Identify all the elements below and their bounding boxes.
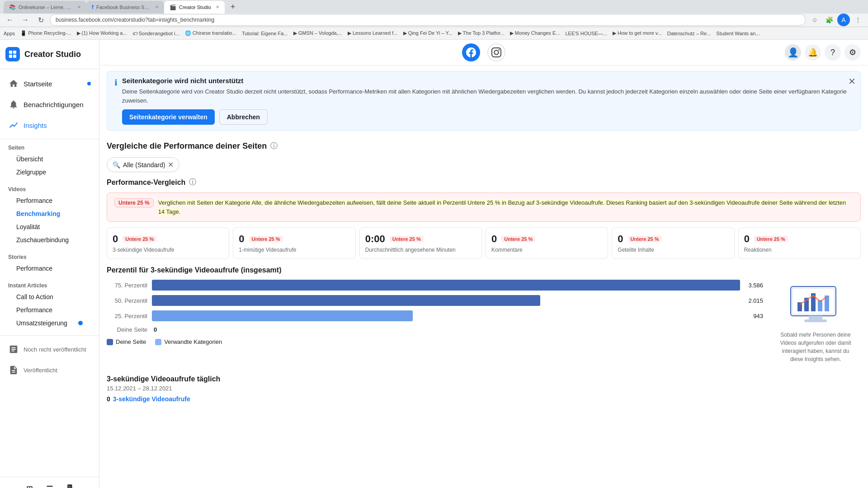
nav-sub-performance-videos[interactable]: Performance: [11, 194, 88, 207]
daily-date: 15.12.2021 – 28.12.2021: [107, 385, 861, 392]
tab-favicon: f: [92, 4, 94, 10]
daily-value-row: 0 3-sekündige Videoaufrufe: [107, 395, 861, 403]
chart-row-p25: 25. Perzentil 943: [107, 310, 763, 321]
bookmark-13[interactable]: Datenschutz – Re...: [667, 31, 711, 36]
sidebar: Creator Studio Startseite Benachrichtigu…: [0, 40, 99, 488]
filter-chip-alle[interactable]: 🔍 Alle (Standard) ✕: [107, 157, 179, 172]
bookmark-apps[interactable]: Apps: [4, 31, 15, 36]
chart-placeholder: Sobald mehr Personen deine Videos aufger…: [770, 280, 861, 368]
stat-card-1min: 0 Untere 25 % 1-minütige Videoaufrufe: [233, 227, 355, 259]
bookmark-4[interactable]: 🌐 Chinese translatio...: [185, 30, 236, 36]
list-icon[interactable]: ☰: [42, 481, 58, 488]
stat-label-avg: Durchschnittlich angesehene Minuten: [365, 247, 476, 253]
sidebar-divider-2: [0, 335, 99, 336]
main-content: 👤 🔔 ? ⚙ ℹ Seitenkategorie wird nicht unt…: [99, 40, 868, 488]
bookmark-3[interactable]: 🏷 Sonderangebot i...: [132, 31, 179, 36]
mypage-value: 0: [154, 326, 157, 333]
bookmark-9[interactable]: ▶ The Top 3 Platfor...: [458, 30, 505, 36]
bookmark-10[interactable]: ▶ Money Changes E...: [510, 30, 560, 36]
draft-icon: [8, 344, 19, 355]
user-avatar[interactable]: 👤: [785, 44, 801, 61]
daily-title: 3-sekündige Videoaufrufe täglich: [107, 375, 861, 383]
mobile-icon[interactable]: 📱: [61, 481, 78, 488]
legend-label-related: Verwandte Kategorien: [164, 338, 222, 345]
stat-card-3sek: 0 Untere 25 % 3-sekündige Videoaufrufe: [107, 227, 229, 259]
address-bar[interactable]: business.facebook.com/creatorstudio?tab=…: [50, 14, 806, 26]
info-bar-close-button[interactable]: ✕: [848, 76, 856, 87]
refresh-button[interactable]: ↻: [34, 14, 47, 26]
cancel-button[interactable]: Abbrechen: [219, 109, 268, 125]
extensions-button[interactable]: 🧩: [823, 14, 835, 26]
chart-label-p25: 25. Perzentil: [107, 313, 147, 319]
stat-card-avg-min: 0:00 Untere 25 % Durchschnittlich angese…: [359, 227, 482, 259]
bookmark-1[interactable]: 📱 Phone Recycling-...: [20, 30, 71, 36]
nav-section-title-stories: Stories: [8, 254, 91, 260]
bookmark-6[interactable]: ▶ GMSN – Vologda,...: [293, 30, 342, 36]
nav-item-startseite[interactable]: Startseite: [3, 74, 96, 94]
daily-link[interactable]: 3-sekündige Videoaufrufe: [113, 395, 190, 403]
manage-category-button[interactable]: Seitenkategorie verwalten: [122, 109, 215, 125]
tab-facebook-business[interactable]: f Facebook Business Suite ✕: [86, 1, 164, 14]
nav-sub-ubersicht[interactable]: Übersicht: [11, 153, 88, 165]
nav-sub-benchmarking[interactable]: Benchmarking: [11, 207, 88, 220]
tab-close-icon[interactable]: ✕: [216, 5, 219, 9]
nav-item-insights[interactable]: Insights: [3, 115, 96, 135]
nav-item-veroffentlicht[interactable]: Veröffentlicht: [3, 360, 96, 380]
bookmark-2[interactable]: ▶ (1) How Working a...: [77, 30, 127, 36]
nav-section-videos: Videos Performance Benchmarking Loyalitä…: [0, 184, 99, 249]
bookmark-12[interactable]: ▶ How to get more v...: [613, 30, 662, 36]
insights-icon: [8, 120, 19, 131]
nav-sub-zuschauerbindung[interactable]: Zuschauerbindung: [11, 234, 88, 246]
sidebar-nav: Startseite Benachrichtigungen Insights S…: [0, 69, 99, 385]
facebook-platform-button[interactable]: [462, 43, 480, 61]
nav-sub-call-to-action[interactable]: Call to Action: [11, 291, 88, 303]
daily-value: 0: [107, 395, 110, 403]
compare-info-icon[interactable]: ⓘ: [270, 141, 278, 151]
nav-sub-performance-instant[interactable]: Performance: [11, 304, 88, 316]
nav-item-benachrichtigungen[interactable]: Benachrichtigungen: [3, 94, 96, 114]
tab-creator-studio[interactable]: 🎬 Creator Studio ✕: [164, 1, 225, 14]
tab-close-icon[interactable]: ✕: [155, 5, 159, 9]
profile-button[interactable]: A: [837, 14, 850, 26]
grid-icon[interactable]: ⊞: [22, 481, 38, 488]
tab-close-icon[interactable]: ✕: [77, 5, 81, 9]
bookmark-5[interactable]: Tutorial: Eigene Fa...: [242, 31, 288, 36]
chart-bar-p75: [152, 280, 740, 291]
more-button[interactable]: ⋮: [852, 14, 864, 26]
notifications-button[interactable]: 🔔: [805, 44, 821, 61]
filter-chip-remove-icon[interactable]: ✕: [168, 160, 174, 169]
sidebar-divider: [0, 139, 99, 139]
stat-value-avg: 0:00: [365, 233, 385, 245]
new-tab-button[interactable]: +: [226, 1, 239, 14]
alert-text: Verglichen mit Seiten der Kategorie Alle…: [158, 198, 853, 216]
stat-label-1min: 1-minütige Videoaufrufe: [239, 247, 349, 253]
back-button[interactable]: ←: [4, 14, 16, 26]
chart-section: Perzentil für 3-sekündige Videoaufrufe (…: [107, 266, 861, 368]
stat-card-comments: 0 Untere 25 % Kommentare: [486, 227, 608, 259]
bookmark-button[interactable]: ☆: [808, 14, 821, 26]
tab-favicon: 🎬: [170, 4, 176, 10]
forward-button[interactable]: →: [19, 14, 32, 26]
stat-card-shared: 0 Untere 25 % Geteilte Inhalte: [612, 227, 734, 259]
nav-sub-loyalitat[interactable]: Loyalität: [11, 221, 88, 233]
notifications-icon: [8, 99, 19, 110]
pv-title: Performance-Vergleich: [107, 178, 185, 187]
stat-badge-reactions: Untere 25 %: [754, 236, 788, 242]
nav-sub-umsatzsteigerung[interactable]: Umsatzsteigerung: [11, 317, 88, 329]
bookmark-14[interactable]: Student Wants an...: [716, 31, 760, 36]
bookmark-11[interactable]: LEE'S HOUSE—...: [565, 31, 607, 36]
nav-sub-performance-stories[interactable]: Performance: [11, 262, 88, 275]
nav-sub-zielgruppe[interactable]: Zielgruppe: [11, 166, 88, 178]
pv-info-icon[interactable]: ⓘ: [189, 178, 196, 187]
bookmark-8[interactable]: ▶ Qing Fei De Yi – Y...: [403, 30, 453, 36]
pv-header: Performance-Vergleich ⓘ: [107, 178, 861, 187]
info-bar: ℹ Seitenkategorie wird nicht unterstützt…: [107, 71, 861, 131]
help-button[interactable]: ?: [825, 44, 841, 61]
instagram-platform-button[interactable]: [487, 43, 505, 61]
tab-onlinekurse[interactable]: 📚 Onlinekurse – Lerne, was du ... ✕: [4, 1, 86, 14]
startseite-dot: [87, 82, 91, 85]
browser-toolbar: ← → ↻ business.facebook.com/creatorstudi…: [0, 14, 868, 27]
nav-item-nicht-veroffentlicht[interactable]: Noch nicht veröffentlicht: [3, 339, 96, 359]
settings-button[interactable]: ⚙: [844, 44, 861, 61]
bookmark-7[interactable]: ▶ Lessons Learned f...: [348, 30, 398, 36]
